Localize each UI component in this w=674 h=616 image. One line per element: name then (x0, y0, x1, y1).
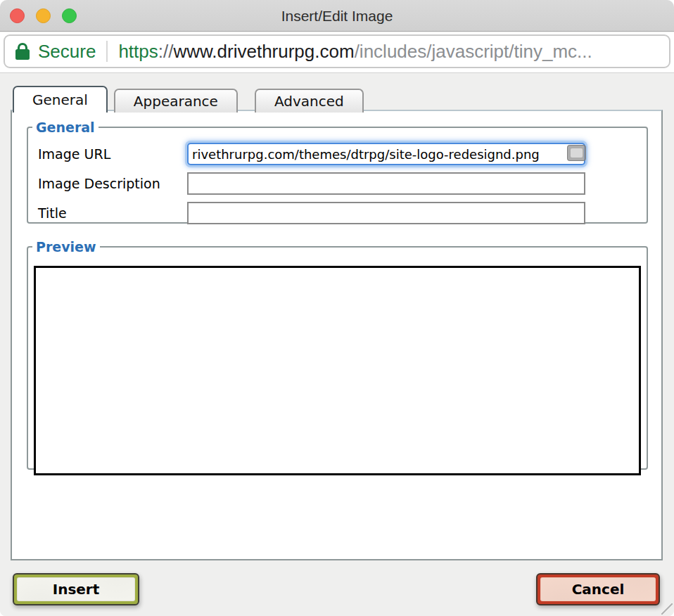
tab-advanced[interactable]: Advanced (255, 89, 364, 113)
url-box: Secure https://www.drivethrurpg.com/incl… (4, 34, 670, 68)
url-text[interactable]: https://www.drivethrurpg.com/includes/ja… (118, 41, 592, 63)
dialog-content: General Appearance Advanced General Imag… (0, 74, 674, 616)
preview-legend: Preview (32, 239, 100, 255)
insert-button[interactable]: Insert (13, 573, 139, 605)
image-description-row: Image Description (38, 172, 637, 195)
url-scheme: https (118, 41, 158, 62)
image-url-label: Image URL (38, 146, 187, 162)
url-slashes: :// (158, 41, 174, 62)
image-description-input[interactable] (187, 172, 585, 195)
cancel-button[interactable]: Cancel (536, 573, 660, 605)
image-url-input[interactable] (187, 143, 585, 165)
resize-grip[interactable] (661, 603, 673, 615)
tab-general[interactable]: General (13, 86, 108, 113)
tab-bar: General Appearance Advanced (13, 86, 370, 113)
secure-label: Secure (38, 41, 96, 63)
browse-image-icon[interactable] (567, 145, 586, 161)
general-fieldset: General Image URL Image Description Titl… (27, 120, 648, 224)
tab-panel: General Image URL Image Description Titl… (11, 110, 663, 560)
browser-url-strip: Secure https://www.drivethrurpg.com/incl… (0, 32, 674, 73)
image-url-row: Image URL (38, 142, 637, 166)
url-domain: www.drivethrurpg.com (173, 41, 354, 62)
title-input[interactable] (187, 202, 585, 224)
titlebar[interactable]: Insert/Edit Image (0, 0, 674, 32)
window-title: Insert/Edit Image (0, 0, 674, 32)
lock-icon[interactable] (15, 42, 30, 60)
image-description-label: Image Description (38, 176, 187, 191)
dialog-window: Insert/Edit Image Secure https://www.dri… (0, 0, 674, 616)
url-separator (106, 41, 108, 62)
preview-fieldset: Preview (27, 239, 648, 470)
general-legend: General (32, 120, 98, 135)
cancel-button-label: Cancel (540, 577, 656, 601)
title-label: Title (38, 205, 187, 221)
tab-appearance[interactable]: Appearance (114, 89, 238, 113)
insert-button-label: Insert (17, 577, 135, 601)
preview-area (34, 266, 641, 475)
title-row: Title (38, 201, 637, 225)
url-path: /includes/javascript/tiny_mc... (355, 41, 592, 62)
